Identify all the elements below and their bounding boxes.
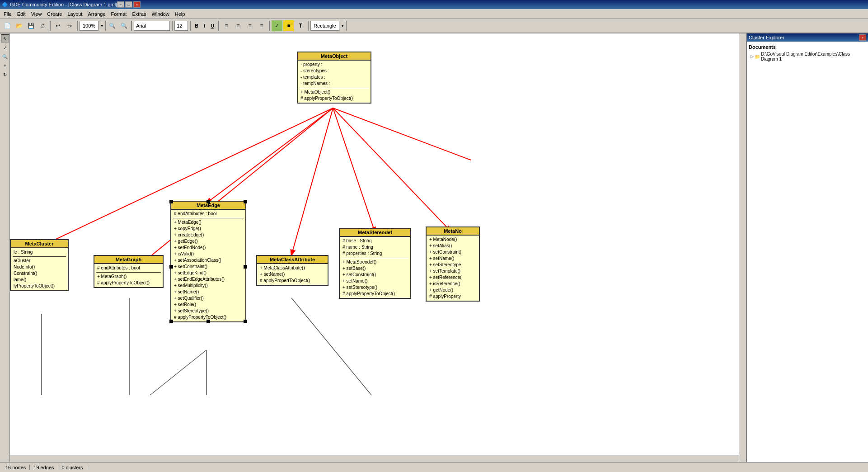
underline-button[interactable]: U	[208, 21, 216, 31]
meta-graph-class[interactable]: MetaGraph # endAttributes : bool + MetaG…	[94, 255, 164, 288]
zoom-in-button[interactable]: 🔍	[107, 20, 117, 31]
mc-attr1: le : String	[13, 249, 66, 255]
me-m12: + setName()	[173, 289, 244, 295]
me-m11: + setMultiplicity()	[173, 283, 244, 289]
bold-button[interactable]: B	[192, 21, 201, 31]
undo-button[interactable]: ↩	[52, 20, 63, 31]
maximize-button[interactable]: □	[125, 1, 132, 8]
me-m10: + setEndEdgeAttributes()	[173, 276, 244, 283]
me-m4: + getEdge()	[173, 238, 244, 245]
menu-file[interactable]: File	[1, 10, 14, 18]
mc-m2: NodeInfo()	[13, 264, 66, 270]
font-size-input[interactable]	[174, 21, 188, 31]
mn-m5: + setStereotype	[428, 262, 477, 268]
handle-bl	[169, 320, 173, 323]
meta-object-class[interactable]: MetaObject - property : - stereotypes : …	[297, 52, 371, 104]
shape-arrow: ▼	[339, 21, 346, 31]
align-right-button[interactable]: ≡	[244, 20, 255, 31]
sep5	[190, 21, 191, 31]
mo-method1: + MetaObject()	[300, 89, 369, 95]
menu-layout[interactable]: Layout	[65, 10, 85, 18]
align-center-button[interactable]: ≡	[233, 20, 244, 31]
mn-m7: + setReference(	[428, 274, 477, 281]
select-tool[interactable]: ↖	[1, 34, 9, 42]
scrollbar-v[interactable]	[739, 33, 746, 462]
zoom-tool[interactable]: 🔍	[1, 52, 9, 61]
shape-dropdown[interactable]: Rectangle ▼	[310, 21, 347, 31]
meta-cluster-class[interactable]: MetaCluster le : String aCluster NodeInf…	[10, 239, 69, 291]
menubar: File Edit View Create Layout Arrange For…	[0, 9, 868, 19]
mn-m2: + setAlias()	[428, 243, 477, 249]
cluster-path: D:\GoVisual Diagram Editor\Examples\Clas…	[761, 52, 864, 61]
add-tool[interactable]: +	[1, 61, 9, 70]
zoom-dropdown[interactable]: 100% ▼	[80, 21, 106, 31]
minimize-button[interactable]: −	[117, 1, 124, 8]
svg-line-2	[206, 108, 333, 203]
italic-button[interactable]: I	[202, 21, 207, 31]
cluster-tree-item[interactable]: ▷ 📁 D:\GoVisual Diagram Editor\Examples\…	[749, 51, 866, 62]
me-m1: + MetaEdge()	[173, 219, 244, 226]
meta-edge-class[interactable]: MetaEdge # endAttributes : bool + MetaEd…	[170, 201, 246, 322]
meta-class-attribute-class[interactable]: MetaClassAttribute + MetaClassAttribute(…	[256, 255, 328, 286]
open-button[interactable]: 📂	[14, 20, 24, 31]
connect-tool[interactable]: ↗	[1, 43, 9, 52]
main-area: ↖ ↗ 🔍 + ↻	[0, 33, 868, 462]
menu-format[interactable]: Format	[108, 10, 130, 18]
new-button[interactable]: 📄	[2, 20, 13, 31]
rotate-tool[interactable]: ↻	[1, 71, 9, 79]
meta-node-class[interactable]: MetaNo + MetaNode() + setAlias() + setCo…	[426, 227, 480, 302]
font-input[interactable]	[134, 21, 170, 31]
handle-br	[244, 320, 247, 323]
me-m13: + setQualifier()	[173, 295, 244, 302]
text-style-button[interactable]: T	[295, 20, 306, 31]
align-left-button[interactable]: ≡	[221, 20, 232, 31]
sep7	[269, 21, 270, 31]
cluster-title: Cluster Explorer	[749, 35, 784, 40]
sep3	[131, 21, 132, 31]
mc-divider	[13, 256, 66, 257]
msd-m3: + setConstraint()	[342, 272, 408, 278]
mo-attr4: - tempNames :	[300, 80, 369, 87]
menu-create[interactable]: Create	[44, 10, 65, 18]
color1-button[interactable]: ✓	[272, 20, 282, 31]
tree-folder-icon: 📁	[755, 54, 760, 59]
mca-m1: + MetaClassAttribute()	[259, 265, 326, 271]
svg-line-9	[150, 350, 206, 395]
close-button[interactable]: ×	[133, 1, 141, 8]
color2-button[interactable]: ■	[283, 20, 294, 31]
mo-attr2: - stereotypes :	[300, 68, 369, 74]
statusbar: 16 nodes 19 edges 0 clusters	[0, 462, 868, 472]
menu-extras[interactable]: Extras	[129, 10, 149, 18]
menu-help[interactable]: Help	[172, 10, 188, 18]
print-button[interactable]: 🖨	[37, 20, 48, 31]
shape-value: Rectangle	[311, 23, 339, 28]
menu-window[interactable]: Window	[149, 10, 172, 18]
cluster-close-button[interactable]: ×	[859, 34, 866, 41]
sep2	[77, 21, 78, 31]
menu-arrange[interactable]: Arrange	[85, 10, 108, 18]
sep4	[172, 21, 173, 31]
nodes-status: 16 nodes	[2, 465, 30, 470]
redo-button[interactable]: ↪	[64, 20, 75, 31]
align-justify-button[interactable]: ≡	[256, 20, 267, 31]
mn-m9: + getNode()	[428, 287, 477, 293]
mc-m4: lame()	[13, 277, 66, 283]
svg-line-11	[291, 298, 371, 395]
mn-m6: + setTemplate()	[428, 268, 477, 274]
mn-m4: + setName()	[428, 255, 477, 262]
menu-view[interactable]: View	[28, 10, 45, 18]
meta-stereodef-class[interactable]: MetaStereodef # base : String # name : S…	[339, 228, 411, 299]
msd-attr2: # name : String	[342, 244, 408, 250]
menu-edit[interactable]: Edit	[14, 10, 28, 18]
me-m9: + setEdgeKind()	[173, 270, 244, 276]
handle-ml	[169, 265, 173, 269]
save-button[interactable]: 💾	[25, 20, 36, 31]
me-m14: + setRole()	[173, 302, 244, 308]
scrollbar-h[interactable]	[10, 455, 739, 462]
msd-attr1: # base : String	[342, 238, 408, 244]
msd-attr3: # properties : String	[342, 250, 408, 257]
msd-body: # base : String # name : String # proper…	[340, 237, 410, 298]
me-m2: + copyEdge()	[173, 226, 244, 232]
zoom-out-button[interactable]: 🔍	[118, 20, 129, 31]
diagram-canvas[interactable]: MetaObject - property : - stereotypes : …	[10, 33, 746, 462]
